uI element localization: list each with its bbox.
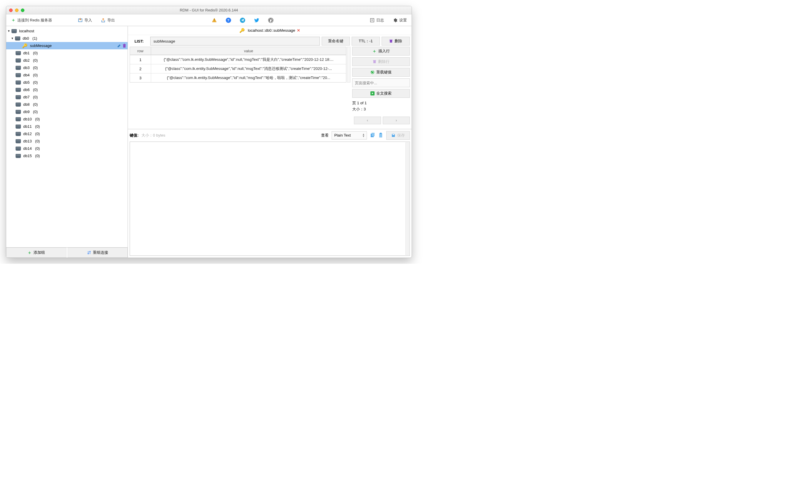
insert-row-button[interactable]: ＋ 插入行 xyxy=(352,47,410,56)
db-count: (0) xyxy=(35,132,40,136)
database-icon xyxy=(16,117,21,121)
reorder-label: 重组连接 xyxy=(93,250,108,255)
save-button[interactable]: 保存 xyxy=(386,131,410,140)
delete-key-icon[interactable] xyxy=(122,44,126,48)
tree-connection[interactable]: ▼ localhost xyxy=(6,27,127,35)
table-row[interactable]: 3{"@class":"com.lk.entity.SubMessage","i… xyxy=(130,73,346,82)
delete-row-button[interactable]: 删除行 xyxy=(352,57,410,66)
minimize-window-button[interactable] xyxy=(15,9,19,12)
copy-icon[interactable] xyxy=(370,133,375,138)
table-row[interactable]: 1{"@class":"com.lk.entity.SubMessage","i… xyxy=(130,55,346,64)
format-value: Plain Text xyxy=(334,133,351,137)
db-count: (0) xyxy=(33,51,38,55)
tree-db[interactable]: db14 (0) xyxy=(6,145,127,152)
prev-page-button[interactable]: ‹ xyxy=(354,117,381,124)
export-icon xyxy=(101,18,105,23)
tree-db[interactable]: db1 (0) xyxy=(6,49,127,57)
close-window-button[interactable] xyxy=(9,9,13,12)
add-group-button[interactable]: ＋ 添加组 xyxy=(6,248,66,258)
db-label: db10 xyxy=(23,117,32,121)
db-label: db11 xyxy=(23,124,32,129)
database-icon xyxy=(16,154,21,158)
tree-db[interactable]: db15 (0) xyxy=(6,152,127,159)
database-icon xyxy=(16,66,21,70)
value-editor-panel: 键值: 大小：0 bytes 查看 Plain Text ▲▼ 保存 xyxy=(128,129,412,258)
warning-icon[interactable]: ! xyxy=(212,18,217,23)
db-label: db0 xyxy=(23,36,29,41)
fulltext-search-button[interactable]: 全文搜索 xyxy=(352,89,410,98)
export-button[interactable]: 导出 xyxy=(99,17,117,24)
table-header: row value xyxy=(130,47,346,55)
editor-scrollbar[interactable] xyxy=(405,142,409,255)
settings-button[interactable]: 设置 xyxy=(391,17,409,24)
db-count: (0) xyxy=(33,73,38,77)
db-label: db2 xyxy=(23,58,30,63)
reload-button[interactable]: 重载键值 xyxy=(352,68,410,77)
reorder-button[interactable]: 重组连接 xyxy=(68,248,128,258)
export-label: 导出 xyxy=(107,18,115,23)
telegram-icon[interactable] xyxy=(240,18,245,23)
sidebar-footer: ＋ 添加组 重组连接 xyxy=(6,247,127,258)
twitter-icon[interactable] xyxy=(254,18,259,23)
database-icon xyxy=(16,147,21,151)
connect-button[interactable]: ＋ 连接到 Redis 服务器 xyxy=(9,17,54,24)
db-label: db8 xyxy=(23,102,30,107)
settings-label: 设置 xyxy=(399,18,407,23)
format-select[interactable]: Plain Text ▲▼ xyxy=(332,131,367,140)
db-count: (0) xyxy=(35,139,40,143)
rename-button[interactable]: 重命名键 xyxy=(322,37,350,46)
keyvalue-label: 键值: xyxy=(130,133,138,138)
log-button[interactable]: 日志 xyxy=(368,17,386,24)
next-page-button[interactable]: › xyxy=(383,117,410,124)
cell-row: 3 xyxy=(130,73,151,82)
key-detail-row: LIST: 重命名键 TTL：-1 删除 xyxy=(128,35,412,47)
col-value: value xyxy=(151,47,346,55)
database-icon xyxy=(16,88,21,92)
table-row[interactable]: 2{"@class":"com.lk.entity.SubMessage","i… xyxy=(130,64,346,73)
svg-rect-12 xyxy=(392,134,394,135)
key-icon: 🔑 xyxy=(22,43,28,48)
import-button[interactable]: 导入 xyxy=(76,17,94,24)
tree-db[interactable]: db5 (0) xyxy=(6,79,127,86)
database-icon xyxy=(16,80,21,85)
list-table: row value 1{"@class":"com.lk.entity.SubM… xyxy=(130,47,350,124)
zoom-window-button[interactable] xyxy=(21,9,24,12)
db-count: (1) xyxy=(32,36,37,41)
page-search-input[interactable] xyxy=(352,78,410,87)
tree-db[interactable]: db6 (0) xyxy=(6,86,127,93)
key-name-input[interactable] xyxy=(150,37,320,46)
tree-db[interactable]: db4 (0) xyxy=(6,71,127,79)
plus-icon: ＋ xyxy=(372,48,377,54)
tree-db[interactable]: db7 (0) xyxy=(6,93,127,101)
ttl-button[interactable]: TTL：-1 xyxy=(352,37,380,46)
db-count: (0) xyxy=(33,65,38,70)
database-icon xyxy=(16,95,21,99)
tree-db0[interactable]: ▼ db0 (1) xyxy=(6,35,127,42)
paste-icon[interactable] xyxy=(378,133,383,138)
tree-db[interactable]: db13 (0) xyxy=(6,137,127,145)
tree-key-submessage[interactable]: 🔑 subMessage xyxy=(6,42,127,49)
db-count: (0) xyxy=(35,146,40,151)
sort-icon xyxy=(87,251,91,255)
tree-db[interactable]: db2 (0) xyxy=(6,57,127,64)
play-icon xyxy=(370,91,375,95)
edit-key-icon[interactable] xyxy=(117,44,121,48)
window-title: RDM - GUI for Redis® 2020.6.144 xyxy=(9,8,409,12)
key-icon: 🔑 xyxy=(239,28,245,33)
tree-db[interactable]: db10 (0) xyxy=(6,115,127,123)
db-label: db6 xyxy=(23,88,30,92)
delete-button[interactable]: 删除 xyxy=(382,37,410,46)
value-editor[interactable] xyxy=(130,142,410,256)
tree-db[interactable]: db8 (0) xyxy=(6,101,127,108)
tree-db[interactable]: db11 (0) xyxy=(6,123,127,130)
import-label: 导入 xyxy=(84,18,92,23)
table-scrollbar[interactable] xyxy=(347,47,350,83)
help-icon[interactable]: ? xyxy=(226,18,231,23)
close-tab-icon[interactable]: ✕ xyxy=(297,28,300,33)
github-icon[interactable] xyxy=(268,18,274,23)
db-count: (0) xyxy=(33,110,38,114)
tree-db[interactable]: db12 (0) xyxy=(6,130,127,137)
db-label: db3 xyxy=(23,65,30,70)
tree-db[interactable]: db3 (0) xyxy=(6,64,127,71)
tree-db[interactable]: db9 (0) xyxy=(6,108,127,115)
